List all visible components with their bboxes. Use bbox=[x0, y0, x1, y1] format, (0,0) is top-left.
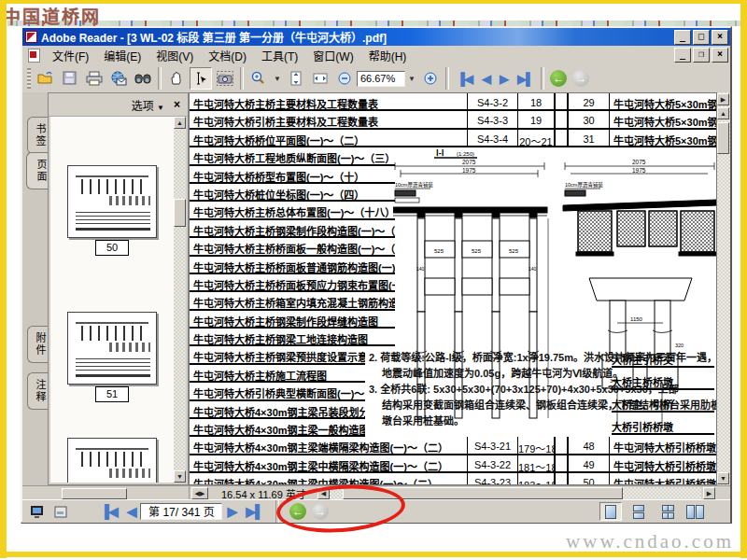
toc-cell bbox=[556, 93, 569, 109]
toc-cell: 48 bbox=[569, 437, 610, 453]
toolbar-grip[interactable] bbox=[27, 68, 31, 89]
document-scrollbar[interactable]: ▶ ▲ ▼ bbox=[717, 92, 730, 485]
open-button[interactable] bbox=[35, 67, 57, 90]
save-button[interactable] bbox=[59, 67, 81, 90]
sidebar-tab-bookmarks[interactable]: 书签 bbox=[27, 117, 48, 154]
note-line: 3. 全桥共6联: 5x30+5x30+(70+3x125+70)+4x30+5… bbox=[369, 381, 679, 396]
scroll-down-icon[interactable]: ▼ bbox=[717, 472, 729, 484]
last-page-icon[interactable]: ▶▌ bbox=[517, 72, 533, 86]
toolbar-separator bbox=[158, 67, 162, 90]
hand-tool-button[interactable] bbox=[165, 67, 188, 90]
page-number-field[interactable]: 第 17/ 341 页 bbox=[140, 503, 222, 520]
scroll-up-icon[interactable]: ▲ bbox=[174, 117, 186, 129]
doc-close-button[interactable]: × bbox=[712, 48, 728, 63]
zoom-level-input[interactable] bbox=[357, 71, 405, 87]
toolbar-separator bbox=[240, 67, 244, 90]
frame-bottom bbox=[0, 552, 747, 557]
window-mode-icon[interactable] bbox=[54, 506, 68, 518]
menu-item[interactable]: 帮助(H) bbox=[361, 49, 415, 65]
zoom-level-dropdown[interactable]: ▼ bbox=[408, 75, 416, 83]
menu-item[interactable]: 编辑(E) bbox=[96, 49, 148, 65]
page-thumbnail-label[interactable]: 51 bbox=[95, 386, 129, 402]
toc-cell bbox=[556, 130, 569, 146]
expand-pane-icon[interactable]: ▶ bbox=[717, 93, 729, 105]
site-watermark: www.cndao.com bbox=[566, 530, 734, 553]
doc-restore-button[interactable]: ❐ bbox=[693, 48, 710, 63]
toc-cell: 183～184 bbox=[518, 473, 556, 485]
previous-page-icon[interactable]: ◀ bbox=[127, 504, 136, 519]
panel-hscrollbar[interactable] bbox=[62, 488, 127, 499]
site-logo: 中国道桥网 bbox=[3, 3, 101, 28]
toc-cell: 牛屯河特大桥5×30m钢 bbox=[610, 111, 716, 127]
splitter-icon[interactable]: ◀▶ bbox=[191, 487, 208, 499]
toc-table-row: 牛屯河特大桥4×30m钢主梁中横隔梁构造图(一)～（二）S4-3-22181～1… bbox=[190, 455, 716, 473]
fit-page-button[interactable] bbox=[285, 67, 307, 90]
toc-cell: 31 bbox=[569, 130, 610, 146]
title-bar[interactable]: Adobe Reader - [3 WL-02 标段 第三册 第一分册（牛屯河大… bbox=[22, 28, 730, 46]
minimize-button[interactable]: _ bbox=[674, 30, 691, 45]
sidebar-tab-comments[interactable]: 注释 bbox=[27, 372, 48, 410]
first-page-icon[interactable]: ▐◀ bbox=[100, 504, 118, 519]
search-button[interactable] bbox=[132, 67, 154, 90]
toc-cell: 牛屯河特大桥4×30m钢主梁中横梁构造图(一)～（二） bbox=[190, 473, 468, 485]
single-page-view-button[interactable] bbox=[599, 502, 622, 521]
toc-table-row: 牛屯河特大桥4×30m钢主梁中横梁构造图(一)～（二）S4-3-23183～18… bbox=[190, 473, 716, 485]
svg-text:140: 140 bbox=[416, 266, 425, 272]
doc-minimize-button[interactable]: _ bbox=[674, 48, 691, 63]
scroll-up-icon[interactable]: ▲ bbox=[717, 107, 729, 119]
page-thumbnail-51[interactable] bbox=[67, 312, 157, 385]
toc-cell: S4-3-2 bbox=[468, 93, 518, 109]
frame-top bbox=[0, 0, 747, 4]
page-thumbnail-52[interactable] bbox=[67, 438, 157, 483]
sidebar-tab-pages[interactable]: 页面 bbox=[26, 152, 49, 189]
fullscreen-icon[interactable] bbox=[30, 505, 45, 518]
first-page-icon[interactable]: ▐◀ bbox=[457, 72, 472, 86]
svg-text:1975: 1975 bbox=[632, 167, 646, 174]
panel-close-button[interactable]: × bbox=[174, 98, 180, 111]
select-tool-button[interactable] bbox=[190, 67, 212, 90]
scrollbar-thumb[interactable] bbox=[174, 199, 186, 227]
zoom-tool-button[interactable] bbox=[247, 67, 270, 90]
go-back-button[interactable]: ← bbox=[550, 70, 567, 87]
menu-item[interactable]: 文件(F) bbox=[45, 49, 96, 65]
toc-cell bbox=[556, 473, 569, 485]
facing-view-button[interactable] bbox=[655, 502, 678, 521]
scrollbar-thumb[interactable] bbox=[717, 122, 729, 154]
last-page-icon[interactable]: ▶▌ bbox=[246, 504, 263, 519]
zoom-in-button[interactable] bbox=[419, 67, 442, 90]
menu-item[interactable]: 工具(T) bbox=[254, 49, 305, 65]
fit-width-button[interactable] bbox=[309, 67, 331, 90]
hscroll-right-icon[interactable]: ▶ bbox=[703, 487, 715, 499]
scroll-down-icon[interactable]: ▼ bbox=[174, 470, 186, 483]
zoom-out-button[interactable] bbox=[333, 67, 356, 90]
panel-options-button[interactable]: 选项 ▼ bbox=[132, 97, 164, 113]
zoom-tool-dropdown[interactable]: ▼ bbox=[274, 75, 281, 83]
page-thumbnail-label[interactable]: 50 bbox=[95, 240, 129, 256]
toc-cell bbox=[556, 111, 569, 127]
toc-table-row: 牛屯河特大桥4×30m钢主梁端横隔梁构造图(一)～（二）S4-3-21179～1… bbox=[190, 437, 716, 455]
print-button[interactable] bbox=[83, 67, 106, 90]
menu-item[interactable]: 文档(D) bbox=[201, 49, 254, 65]
toc-cell: 49 bbox=[569, 455, 610, 471]
menu-item[interactable]: 窗口(W) bbox=[305, 49, 360, 65]
two-up-view-button[interactable] bbox=[684, 502, 706, 521]
email-button[interactable] bbox=[107, 67, 130, 90]
previous-page-icon[interactable]: ◀ bbox=[482, 72, 490, 86]
menu-item[interactable]: 视图(V) bbox=[148, 49, 201, 65]
toc-table-row: 牛屯河特大桥引桥主要材料及工程数量表S4-3-31930牛屯河特大桥5×30m钢 bbox=[190, 111, 716, 129]
svg-text:2075: 2075 bbox=[462, 159, 476, 165]
panel-scrollbar[interactable]: ▲ ▼ bbox=[174, 117, 186, 483]
maximize-button[interactable]: □ bbox=[693, 30, 710, 45]
window-title: Adobe Reader - [3 WL-02 标段 第三册 第一分册（牛屯河大… bbox=[41, 29, 387, 45]
close-button[interactable]: × bbox=[712, 30, 728, 45]
document-icon[interactable] bbox=[28, 49, 40, 63]
thumbnail-preview bbox=[72, 170, 152, 233]
go-forward-button[interactable]: → bbox=[572, 70, 589, 87]
next-page-icon[interactable]: ▶ bbox=[227, 504, 236, 519]
adobe-reader-window: Adobe Reader - [3 WL-02 标段 第三册 第一分册（牛屯河大… bbox=[21, 26, 732, 524]
snapshot-button[interactable] bbox=[214, 67, 236, 90]
sidebar-tab-attachments[interactable]: 附件 bbox=[27, 326, 48, 363]
page-thumbnail-50[interactable] bbox=[67, 165, 157, 238]
continuous-view-button[interactable] bbox=[627, 502, 650, 521]
next-page-icon[interactable]: ▶ bbox=[500, 72, 508, 86]
